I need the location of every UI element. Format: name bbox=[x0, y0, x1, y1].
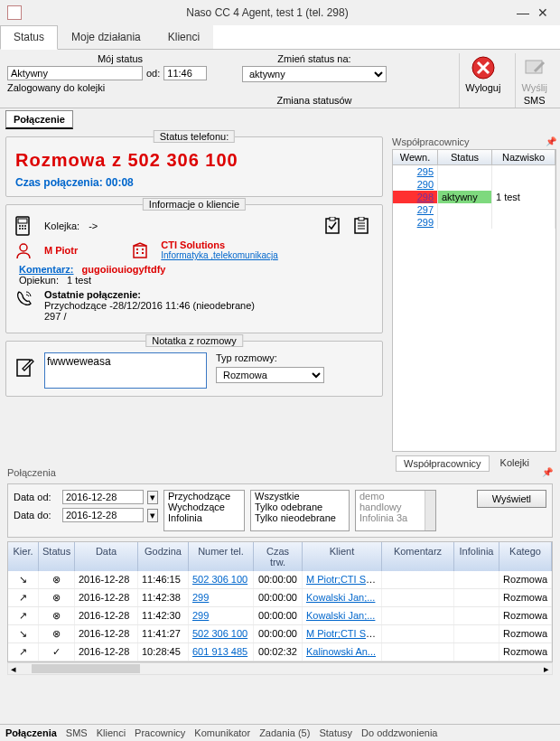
client-info-title: Informacje o kliencie bbox=[143, 198, 246, 211]
svg-point-5 bbox=[22, 225, 23, 227]
col-data[interactable]: Data bbox=[75, 542, 138, 571]
svg-point-9 bbox=[24, 228, 26, 230]
phone-device-icon bbox=[15, 216, 35, 236]
pin-icon[interactable]: 📌 bbox=[546, 136, 556, 147]
col-status[interactable]: Status bbox=[438, 150, 492, 164]
col-kat[interactable]: Katego bbox=[499, 542, 552, 571]
clipboard-check-icon[interactable] bbox=[324, 217, 344, 235]
col-kli[interactable]: Klient bbox=[303, 542, 382, 571]
col-inf[interactable]: Infolinia bbox=[454, 542, 499, 571]
btab-pracownicy[interactable]: Pracownicy bbox=[135, 727, 185, 738]
horizontal-scrollbar[interactable]: ◂▸ bbox=[7, 662, 553, 675]
note-pencil-icon bbox=[522, 55, 547, 80]
clipboard-list-icon[interactable] bbox=[353, 217, 373, 235]
industry-link[interactable]: Informatyka ,telekomunikacja bbox=[161, 250, 278, 260]
coworkers-header: Współpracownicy bbox=[392, 136, 470, 147]
logout-button[interactable]: Wyloguj bbox=[459, 53, 506, 108]
my-status-label: Mój status bbox=[7, 53, 233, 64]
calls-grid: Kier. Status Data Godzina Numer tel. Cza… bbox=[7, 541, 553, 662]
call-row[interactable]: ↗⊗2016-12-2811:42:3029900:00:00Kowalski … bbox=[8, 607, 552, 625]
coworker-row[interactable]: 295 bbox=[393, 165, 555, 178]
connection-filters: Data od: ▾ Data do: ▾ Przychodzące Wycho… bbox=[7, 483, 553, 538]
btab-klienci[interactable]: Klienci bbox=[97, 727, 126, 738]
my-status-input[interactable] bbox=[7, 66, 143, 80]
comment-label[interactable]: Komentarz: bbox=[19, 264, 74, 275]
direction-list[interactable]: Przychodzące Wychodzące Infolinia bbox=[163, 490, 245, 531]
tab-actions[interactable]: Moje działania bbox=[58, 25, 154, 49]
client-name[interactable]: M Piotr bbox=[44, 245, 78, 256]
scrollbar[interactable] bbox=[425, 491, 435, 530]
send-sms-button[interactable]: Wyślij SMS bbox=[515, 53, 553, 108]
col-czas[interactable]: Czas trw. bbox=[254, 542, 303, 571]
col-godz[interactable]: Godzina bbox=[138, 542, 189, 571]
btab-polaczenia[interactable]: Połączenia bbox=[5, 727, 57, 738]
svg-rect-22 bbox=[142, 252, 144, 254]
date-to-input[interactable] bbox=[62, 508, 144, 522]
change-status-label: Zmień status na: bbox=[242, 53, 387, 64]
queue-value: -> bbox=[89, 220, 98, 231]
col-ext[interactable]: Wewn. bbox=[393, 150, 438, 164]
last-call-value: Przychodzące -28/12/2016 11:46 (nieodebr… bbox=[44, 300, 255, 311]
coworker-row[interactable]: 290 bbox=[393, 178, 555, 191]
last-call-label: Ostatnie połączenie: bbox=[44, 289, 255, 300]
edit-icon[interactable] bbox=[15, 358, 35, 378]
title-bar: Naso CC 4 Agent, test 1 (tel. 298) — ✕ bbox=[0, 0, 560, 25]
coworker-row[interactable]: 297 bbox=[393, 203, 555, 216]
building-icon bbox=[132, 242, 152, 258]
tab-clients[interactable]: Klienci bbox=[154, 25, 213, 49]
btab-dooddz[interactable]: Do oddzwonienia bbox=[361, 727, 437, 738]
call-row[interactable]: ↘⊗2016-12-2811:46:15502 306 10000:00:00M… bbox=[8, 571, 552, 589]
bottom-tabs: Połączenia SMS Klienci Pracownicy Komuni… bbox=[0, 724, 560, 741]
call-row[interactable]: ↗⊗2016-12-2811:42:3829900:00:00Kowalski … bbox=[8, 589, 552, 607]
call-type-label: Typ rozmowy: bbox=[216, 352, 373, 363]
btab-zadania[interactable]: Zadania (5) bbox=[259, 727, 310, 738]
tab-status[interactable]: Status bbox=[0, 25, 58, 50]
change-status-select[interactable]: aktywny bbox=[242, 66, 387, 82]
show-button[interactable]: Wyświetl bbox=[477, 490, 546, 508]
main-tabs: Status Moje działania Klienci bbox=[0, 25, 560, 50]
coworker-row[interactable]: 299 bbox=[393, 216, 555, 229]
svg-point-8 bbox=[22, 228, 23, 230]
call-type-select[interactable]: Rozmowa bbox=[216, 367, 324, 383]
close-red-icon bbox=[471, 55, 496, 80]
window-title: Naso CC 4 Agent, test 1 (tel. 298) bbox=[22, 6, 513, 19]
keeper-value: 1 test bbox=[67, 275, 91, 286]
note-textarea[interactable] bbox=[44, 352, 207, 389]
od-time-input[interactable] bbox=[163, 66, 207, 80]
client-info-group: Informacje o kliencie Kolejka: -> bbox=[5, 204, 383, 333]
col-status2[interactable]: Status bbox=[39, 542, 75, 571]
col-num[interactable]: Numer tel. bbox=[189, 542, 254, 571]
logged-queue-label: Zalogowany do kolejki bbox=[7, 82, 233, 93]
phone-status-line: Rozmowa z 502 306 100 bbox=[15, 150, 373, 171]
dropdown-icon[interactable]: ▾ bbox=[147, 491, 158, 504]
btab-statusy[interactable]: Statusy bbox=[319, 727, 352, 738]
svg-rect-3 bbox=[18, 219, 27, 223]
queue-label: Kolejka: bbox=[44, 220, 79, 231]
col-kom[interactable]: Komentarz bbox=[382, 542, 454, 571]
queue-list[interactable]: demo handlowy Infolinia 3a bbox=[355, 490, 436, 531]
date-from-input[interactable] bbox=[62, 490, 144, 504]
change-history-link[interactable]: Zmiana statusów bbox=[242, 95, 387, 106]
col-kier[interactable]: Kier. bbox=[8, 542, 39, 571]
coworkers-tab[interactable]: Współpracownicy bbox=[396, 455, 490, 472]
svg-rect-20 bbox=[142, 249, 144, 250]
minimize-button[interactable]: — bbox=[513, 4, 533, 22]
connection-subtab[interactable]: Połączenie bbox=[5, 110, 73, 129]
receiver-icon bbox=[15, 289, 35, 307]
btab-sms[interactable]: SMS bbox=[66, 727, 88, 738]
pin-icon-2[interactable]: 📌 bbox=[542, 467, 553, 478]
coworker-row[interactable]: 298aktywny1 test bbox=[393, 191, 555, 203]
call-row[interactable]: ↘⊗2016-12-2811:41:27502 306 10000:00:00M… bbox=[8, 625, 552, 643]
btab-komunikator[interactable]: Komunikator bbox=[194, 727, 250, 738]
svg-point-6 bbox=[24, 225, 26, 227]
company-name[interactable]: CTI Solutions bbox=[161, 239, 278, 250]
status-toolbar: Mój status od: Zalogowany do kolejki Zmi… bbox=[0, 50, 560, 108]
call-row[interactable]: ↗✓2016-12-2810:28:45601 913 48500:02:32K… bbox=[8, 643, 552, 661]
keeper-label: Opiekun: bbox=[19, 275, 59, 286]
col-name[interactable]: Nazwisko bbox=[492, 150, 555, 164]
dropdown-icon[interactable]: ▾ bbox=[147, 509, 158, 522]
user-icon bbox=[15, 242, 35, 258]
close-button[interactable]: ✕ bbox=[533, 4, 553, 22]
queues-tab[interactable]: Kolejki bbox=[493, 455, 537, 472]
pick-list[interactable]: Wszystkie Tylko odebrane Tylko nieodebra… bbox=[250, 490, 350, 531]
